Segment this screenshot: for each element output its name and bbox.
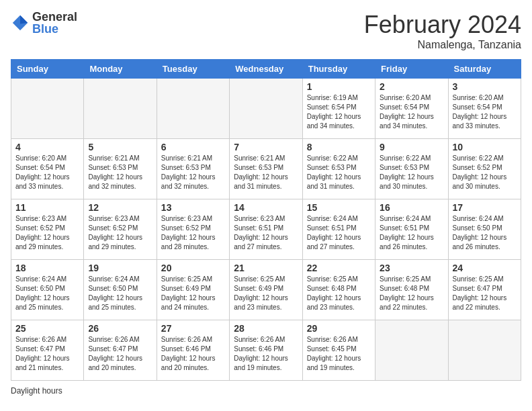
day-info: Sunrise: 6:24 AM Sunset: 6:50 PM Dayligh… xyxy=(15,275,79,312)
day-info: Sunrise: 6:22 AM Sunset: 6:52 PM Dayligh… xyxy=(453,154,517,191)
logo-general: General xyxy=(32,10,77,24)
calendar-cell: 24Sunrise: 6:25 AM Sunset: 6:47 PM Dayli… xyxy=(448,260,521,320)
calendar-cell: 1Sunrise: 6:19 AM Sunset: 6:54 PM Daylig… xyxy=(302,79,375,139)
calendar-cell: 23Sunrise: 6:25 AM Sunset: 6:48 PM Dayli… xyxy=(375,260,448,320)
day-number: 22 xyxy=(307,263,371,273)
calendar-cell xyxy=(448,320,521,381)
day-info: Sunrise: 6:25 AM Sunset: 6:49 PM Dayligh… xyxy=(161,275,225,312)
title-area: February 2024 Namalenga, Tanzania xyxy=(364,11,521,51)
day-info: Sunrise: 6:25 AM Sunset: 6:48 PM Dayligh… xyxy=(380,275,443,312)
day-number: 29 xyxy=(307,323,371,334)
day-info: Sunrise: 6:25 AM Sunset: 6:48 PM Dayligh… xyxy=(307,275,371,312)
day-info: Sunrise: 6:21 AM Sunset: 6:53 PM Dayligh… xyxy=(234,154,298,191)
calendar-cell: 13Sunrise: 6:23 AM Sunset: 6:52 PM Dayli… xyxy=(157,199,229,260)
calendar-cell: 11Sunrise: 6:23 AM Sunset: 6:52 PM Dayli… xyxy=(11,199,84,260)
col-header-monday: Monday xyxy=(84,60,157,79)
col-header-saturday: Saturday xyxy=(448,60,521,79)
calendar-cell: 2Sunrise: 6:20 AM Sunset: 6:54 PM Daylig… xyxy=(375,79,448,139)
day-info: Sunrise: 6:21 AM Sunset: 6:53 PM Dayligh… xyxy=(88,154,152,191)
month-title: February 2024 xyxy=(364,11,521,39)
day-number: 13 xyxy=(161,202,225,213)
location-title: Namalenga, Tanzania xyxy=(364,39,521,51)
day-info: Sunrise: 6:25 AM Sunset: 6:49 PM Dayligh… xyxy=(234,275,298,312)
calendar-cell: 21Sunrise: 6:25 AM Sunset: 6:49 PM Dayli… xyxy=(230,260,302,320)
day-number: 19 xyxy=(88,263,152,273)
day-info: Sunrise: 6:20 AM Sunset: 6:54 PM Dayligh… xyxy=(453,93,517,131)
day-info: Sunrise: 6:22 AM Sunset: 6:53 PM Dayligh… xyxy=(380,154,443,191)
day-number: 26 xyxy=(88,323,152,334)
day-info: Sunrise: 6:19 AM Sunset: 6:54 PM Dayligh… xyxy=(307,93,371,131)
day-info: Sunrise: 6:22 AM Sunset: 6:53 PM Dayligh… xyxy=(307,154,371,191)
day-number: 28 xyxy=(234,323,298,334)
calendar-week-3: 11Sunrise: 6:23 AM Sunset: 6:52 PM Dayli… xyxy=(11,199,521,260)
day-number: 12 xyxy=(88,202,152,213)
day-number: 21 xyxy=(234,263,298,273)
day-number: 18 xyxy=(15,263,79,273)
calendar-week-5: 25Sunrise: 6:26 AM Sunset: 6:47 PM Dayli… xyxy=(11,320,521,381)
day-number: 4 xyxy=(15,142,79,152)
day-number: 20 xyxy=(161,263,225,273)
calendar-cell xyxy=(230,79,302,139)
calendar-cell xyxy=(157,79,229,139)
day-number: 9 xyxy=(380,142,443,152)
day-number: 25 xyxy=(15,323,79,334)
col-header-tuesday: Tuesday xyxy=(157,60,229,79)
day-number: 3 xyxy=(453,81,517,92)
calendar-week-1: 1Sunrise: 6:19 AM Sunset: 6:54 PM Daylig… xyxy=(11,79,521,139)
logo-blue: Blue xyxy=(32,22,58,36)
col-header-sunday: Sunday xyxy=(11,60,84,79)
day-info: Sunrise: 6:26 AM Sunset: 6:47 PM Dayligh… xyxy=(15,335,79,373)
calendar-cell: 19Sunrise: 6:24 AM Sunset: 6:50 PM Dayli… xyxy=(84,260,157,320)
day-number: 15 xyxy=(307,202,371,213)
day-info: Sunrise: 6:24 AM Sunset: 6:50 PM Dayligh… xyxy=(453,214,517,252)
calendar-cell: 28Sunrise: 6:26 AM Sunset: 6:46 PM Dayli… xyxy=(230,320,302,381)
footer-note: Daylight hours xyxy=(11,386,521,396)
day-number: 6 xyxy=(161,142,225,152)
calendar-cell xyxy=(375,320,448,381)
calendar-header-row: SundayMondayTuesdayWednesdayThursdayFrid… xyxy=(11,60,521,79)
logo: General Blue xyxy=(11,11,77,35)
day-info: Sunrise: 6:23 AM Sunset: 6:52 PM Dayligh… xyxy=(15,214,79,252)
day-number: 17 xyxy=(453,202,517,213)
day-number: 27 xyxy=(161,323,225,334)
calendar-table: SundayMondayTuesdayWednesdayThursdayFrid… xyxy=(11,59,521,381)
day-info: Sunrise: 6:23 AM Sunset: 6:51 PM Dayligh… xyxy=(234,214,298,252)
day-number: 1 xyxy=(307,81,371,92)
calendar-cell: 22Sunrise: 6:25 AM Sunset: 6:48 PM Dayli… xyxy=(302,260,375,320)
day-number: 11 xyxy=(15,202,79,213)
calendar-cell: 3Sunrise: 6:20 AM Sunset: 6:54 PM Daylig… xyxy=(448,79,521,139)
calendar-cell: 26Sunrise: 6:26 AM Sunset: 6:47 PM Dayli… xyxy=(84,320,157,381)
calendar-cell: 27Sunrise: 6:26 AM Sunset: 6:46 PM Dayli… xyxy=(157,320,229,381)
day-info: Sunrise: 6:21 AM Sunset: 6:53 PM Dayligh… xyxy=(161,154,225,191)
day-info: Sunrise: 6:24 AM Sunset: 6:51 PM Dayligh… xyxy=(307,214,371,252)
calendar-cell: 20Sunrise: 6:25 AM Sunset: 6:49 PM Dayli… xyxy=(157,260,229,320)
calendar-cell: 8Sunrise: 6:22 AM Sunset: 6:53 PM Daylig… xyxy=(302,139,375,199)
calendar-cell: 10Sunrise: 6:22 AM Sunset: 6:52 PM Dayli… xyxy=(448,139,521,199)
day-info: Sunrise: 6:23 AM Sunset: 6:52 PM Dayligh… xyxy=(88,214,152,252)
day-number: 10 xyxy=(453,142,517,152)
day-info: Sunrise: 6:24 AM Sunset: 6:50 PM Dayligh… xyxy=(88,275,152,312)
day-info: Sunrise: 6:23 AM Sunset: 6:52 PM Dayligh… xyxy=(161,214,225,252)
col-header-thursday: Thursday xyxy=(302,60,375,79)
day-number: 14 xyxy=(234,202,298,213)
day-info: Sunrise: 6:26 AM Sunset: 6:46 PM Dayligh… xyxy=(161,335,225,373)
day-number: 8 xyxy=(307,142,371,152)
col-header-wednesday: Wednesday xyxy=(230,60,302,79)
calendar-week-2: 4Sunrise: 6:20 AM Sunset: 6:54 PM Daylig… xyxy=(11,139,521,199)
calendar-week-4: 18Sunrise: 6:24 AM Sunset: 6:50 PM Dayli… xyxy=(11,260,521,320)
calendar-cell: 14Sunrise: 6:23 AM Sunset: 6:51 PM Dayli… xyxy=(230,199,302,260)
calendar-cell: 5Sunrise: 6:21 AM Sunset: 6:53 PM Daylig… xyxy=(84,139,157,199)
col-header-friday: Friday xyxy=(375,60,448,79)
calendar-cell: 18Sunrise: 6:24 AM Sunset: 6:50 PM Dayli… xyxy=(11,260,84,320)
svg-marker-1 xyxy=(20,15,28,24)
calendar-cell: 9Sunrise: 6:22 AM Sunset: 6:53 PM Daylig… xyxy=(375,139,448,199)
calendar-cell xyxy=(84,79,157,139)
day-info: Sunrise: 6:26 AM Sunset: 6:47 PM Dayligh… xyxy=(88,335,152,373)
calendar-cell: 17Sunrise: 6:24 AM Sunset: 6:50 PM Dayli… xyxy=(448,199,521,260)
day-number: 2 xyxy=(380,81,443,92)
day-number: 5 xyxy=(88,142,152,152)
page-header: General Blue February 2024 Namalenga, Ta… xyxy=(11,11,521,51)
day-info: Sunrise: 6:25 AM Sunset: 6:47 PM Dayligh… xyxy=(453,275,517,312)
day-number: 24 xyxy=(453,263,517,273)
calendar-cell: 6Sunrise: 6:21 AM Sunset: 6:53 PM Daylig… xyxy=(157,139,229,199)
